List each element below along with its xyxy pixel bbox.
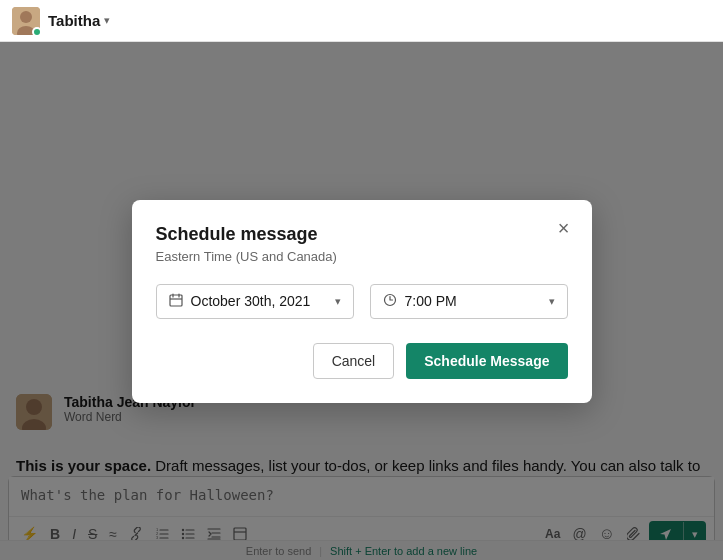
status-dot (32, 27, 42, 37)
calendar-icon (169, 293, 183, 310)
svg-point-1 (20, 11, 32, 23)
time-picker[interactable]: 7:00 PM ▾ (370, 284, 568, 319)
schedule-message-button[interactable]: Schedule Message (406, 343, 567, 379)
username: Tabitha (48, 12, 100, 29)
modal-title: Schedule message (156, 224, 568, 245)
schedule-message-modal: Schedule message Eastern Time (US and Ca… (132, 200, 592, 403)
time-chevron-icon: ▾ (549, 295, 555, 308)
clock-icon (383, 293, 397, 310)
date-chevron-icon: ▾ (335, 295, 341, 308)
modal-overlay: Schedule message Eastern Time (US and Ca… (0, 42, 723, 560)
svg-rect-24 (170, 295, 182, 306)
close-button[interactable]: × (552, 216, 576, 240)
cancel-button[interactable]: Cancel (313, 343, 395, 379)
modal-subtitle: Eastern Time (US and Canada) (156, 249, 568, 264)
date-label: October 30th, 2021 (191, 293, 327, 309)
top-bar: Tabitha ▾ (0, 0, 723, 42)
main-area: Tabitha Jean Naylor Word Nerd This is yo… (0, 42, 723, 560)
pickers-row: October 30th, 2021 ▾ 7:00 PM ▾ (156, 284, 568, 319)
avatar-wrapper (12, 7, 40, 35)
modal-actions: Cancel Schedule Message (156, 343, 568, 379)
chevron-down-icon[interactable]: ▾ (104, 14, 110, 27)
time-label: 7:00 PM (405, 293, 541, 309)
date-picker[interactable]: October 30th, 2021 ▾ (156, 284, 354, 319)
